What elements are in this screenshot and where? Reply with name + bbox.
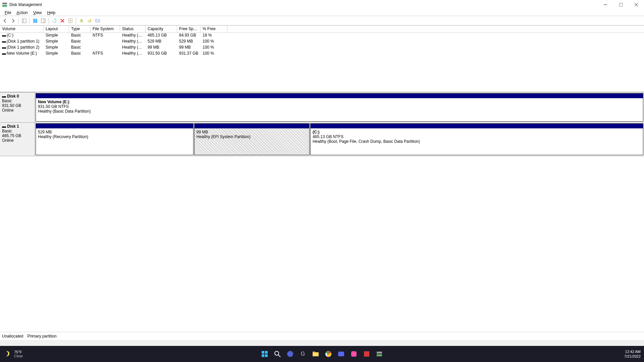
svg-rect-31 xyxy=(313,352,315,353)
cell: Simple xyxy=(44,33,69,39)
minimize-button[interactable] xyxy=(598,0,613,9)
partition[interactable]: (C:)465.13 GB NTFSHealthy (Boot, Page Fi… xyxy=(310,123,643,155)
forward-icon[interactable] xyxy=(9,17,17,24)
svg-line-13 xyxy=(61,19,64,22)
col-type[interactable]: Type xyxy=(69,26,91,33)
table-row[interactable]: ▬(Disk 1 partition 2)SimpleBasicHealthy … xyxy=(0,45,644,51)
svg-rect-25 xyxy=(262,354,264,357)
refresh-icon[interactable] xyxy=(51,17,58,24)
menu-action[interactable]: Action xyxy=(14,10,30,15)
col-status[interactable]: Status xyxy=(120,26,146,33)
svg-point-32 xyxy=(325,351,331,357)
graphical-view: ▬ Disk 0Basic931.50 GBOnlineNew Volume (… xyxy=(0,93,644,332)
taskbar-app-g[interactable]: G xyxy=(298,349,308,359)
menu-view[interactable]: View xyxy=(31,10,45,15)
svg-rect-30 xyxy=(313,352,319,356)
svg-rect-10 xyxy=(41,19,45,23)
col-pctfree[interactable]: % Free xyxy=(201,26,227,33)
taskbar-app-chat[interactable] xyxy=(285,349,296,359)
svg-rect-38 xyxy=(377,354,382,356)
svg-point-18 xyxy=(90,19,91,20)
col-capacity[interactable]: Capacity xyxy=(146,26,177,33)
properties-icon[interactable] xyxy=(67,17,74,24)
legend: Unallocated Primary partition xyxy=(0,332,644,340)
weather-cond: Clear xyxy=(14,354,23,358)
taskbar-app-chrome[interactable] xyxy=(323,349,334,359)
svg-rect-23 xyxy=(262,351,264,354)
action-pane-icon[interactable] xyxy=(40,17,47,24)
partition[interactable]: 529 MBHealthy (Recovery Partition) xyxy=(36,123,194,155)
svg-point-15 xyxy=(70,20,71,21)
svg-rect-14 xyxy=(69,19,72,23)
titlebar: Disk Management xyxy=(0,0,644,9)
cell: ▬(Disk 1 partition 2) xyxy=(0,45,44,51)
cell: Simple xyxy=(44,39,69,45)
window-title: Disk Management xyxy=(9,2,598,7)
cell: NTFS xyxy=(91,51,120,57)
svg-rect-35 xyxy=(351,351,357,357)
svg-line-4 xyxy=(635,3,638,6)
cell: 99 MB xyxy=(146,45,177,51)
taskbar-app-diskmgmt[interactable] xyxy=(374,349,385,359)
show-hide-console-tree-icon[interactable] xyxy=(20,17,28,24)
disk-info[interactable]: ▬ Disk 1Basic465.75 GBOnline xyxy=(0,123,35,156)
clock-date[interactable]: 7/21/2022 xyxy=(624,354,641,359)
partition[interactable]: New Volume (E:)931.50 GB NTFSHealthy (Ba… xyxy=(36,93,643,122)
wizard-icon[interactable] xyxy=(86,17,93,24)
svg-point-27 xyxy=(275,351,279,355)
disk-info[interactable]: ▬ Disk 0Basic931.50 GBOnline xyxy=(0,93,35,122)
svg-rect-3 xyxy=(619,3,623,6)
cell: Basic xyxy=(69,33,91,39)
taskbar-app-red[interactable] xyxy=(361,349,372,359)
cell: Basic xyxy=(69,39,91,45)
search-icon[interactable] xyxy=(272,349,283,359)
table-row[interactable]: ▬(Disk 1 partition 1)SimpleBasicHealthy … xyxy=(0,39,644,45)
svg-rect-26 xyxy=(265,354,268,357)
menu-help[interactable]: Help xyxy=(45,10,58,15)
svg-rect-17 xyxy=(88,20,91,22)
cell xyxy=(91,39,120,45)
col-layout[interactable]: Layout xyxy=(44,26,69,33)
col-volume[interactable]: Volume xyxy=(0,26,44,33)
col-filesystem[interactable]: File System xyxy=(91,26,120,33)
taskbar[interactable]: 75°F Clear G 12:42 AM 7/21/2022 xyxy=(0,346,644,362)
svg-point-33 xyxy=(327,353,330,355)
new-volume-icon[interactable] xyxy=(78,17,85,24)
toolbar: ? xyxy=(0,16,644,25)
cell: Simple xyxy=(44,51,69,57)
help-icon[interactable]: ? xyxy=(32,17,39,24)
close-button[interactable] xyxy=(629,0,644,9)
cell: Basic xyxy=(69,51,91,57)
taskbar-app-pink[interactable] xyxy=(348,349,359,359)
delete-icon[interactable] xyxy=(59,17,66,24)
cell: 100 % xyxy=(201,39,227,45)
svg-point-21 xyxy=(4,351,9,356)
menu-file[interactable]: File xyxy=(2,10,14,15)
table-row[interactable]: ▬New Volume (E:)SimpleBasicNTFSHealthy (… xyxy=(0,51,644,57)
back-icon[interactable] xyxy=(1,17,9,24)
volume-list[interactable]: Volume Layout Type File System Status Ca… xyxy=(0,25,644,93)
table-row[interactable]: ▬(C:)SimpleBasicNTFSHealthy (B...465.13 … xyxy=(0,33,644,39)
taskbar-app-explorer[interactable] xyxy=(310,349,321,359)
cell: 529 MB xyxy=(146,39,177,45)
weather-icon[interactable] xyxy=(3,350,11,358)
table-header: Volume Layout Type File System Status Ca… xyxy=(0,25,644,33)
col-freespace[interactable]: Free Spa... xyxy=(177,26,201,33)
cell: 100 % xyxy=(201,45,227,51)
cell: 99 MB xyxy=(177,45,201,51)
cell: NTFS xyxy=(91,33,120,39)
maximize-button[interactable] xyxy=(613,0,629,9)
partition[interactable]: 99 MBHealthy (EFI System Partition) xyxy=(194,123,310,155)
taskbar-app-discord[interactable] xyxy=(336,349,346,359)
cell: 529 MB xyxy=(177,39,201,45)
view-settings-icon[interactable] xyxy=(94,17,101,24)
cell: 931.37 GB xyxy=(177,51,201,57)
cell: 931.50 GB xyxy=(146,51,177,57)
cell: Healthy (R... xyxy=(120,39,146,45)
start-button[interactable] xyxy=(259,349,270,359)
svg-rect-19 xyxy=(96,19,100,22)
svg-rect-1 xyxy=(2,5,7,7)
clock-time[interactable]: 12:42 AM xyxy=(625,349,641,354)
cell: 465.13 GB xyxy=(146,33,177,39)
svg-rect-8 xyxy=(33,19,37,23)
